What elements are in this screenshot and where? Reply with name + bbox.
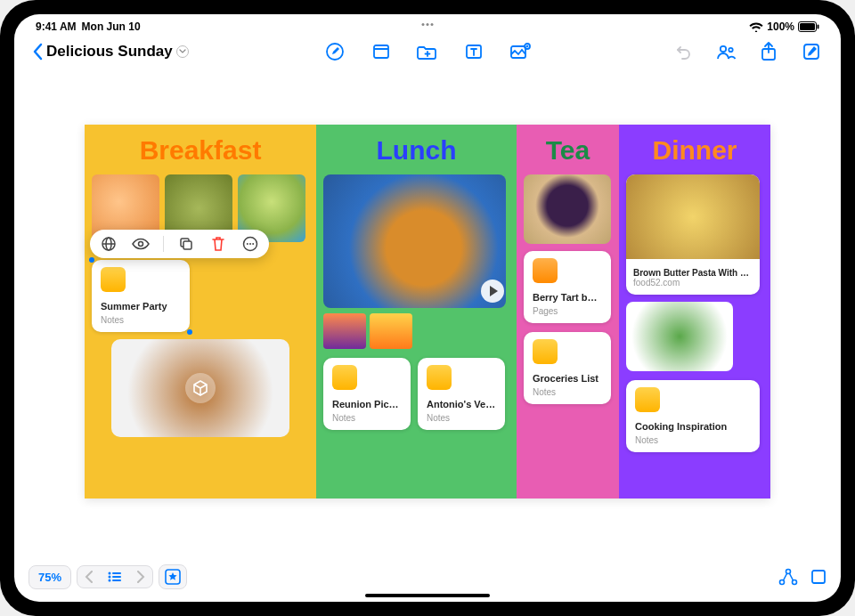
zoom-level-button[interactable]: 75% (28, 565, 71, 589)
svg-point-9 (721, 46, 726, 52)
card-title: Reunion Picnic (332, 399, 402, 409)
card-pasta-link[interactable]: Brown Butter Pasta With But… food52.com (626, 174, 760, 295)
card-subtitle: Pages (533, 306, 602, 316)
compose-button[interactable] (800, 40, 823, 63)
svg-point-16 (139, 242, 143, 247)
svg-rect-2 (818, 25, 819, 29)
multitask-dots[interactable] (422, 23, 434, 26)
add-file-button[interactable] (416, 40, 439, 63)
popover-more-icon[interactable] (240, 234, 260, 254)
column-lunch: Lunch Reunion Picnic Notes (316, 125, 517, 498)
board: Breakfast (85, 125, 770, 498)
app-toolbar: Delicious Sunday (14, 34, 841, 69)
heading-tea: Tea (524, 135, 612, 166)
notes-app-icon (533, 339, 558, 364)
svg-point-21 (249, 243, 251, 245)
frame-view-button[interactable] (810, 569, 826, 585)
card-title: Brown Butter Pasta With But… (633, 268, 753, 278)
scene-list-button[interactable] (101, 567, 129, 587)
graph-view-button[interactable] (778, 568, 798, 586)
card-subtitle: Notes (332, 413, 402, 423)
card-reunion-picnic[interactable]: Reunion Picnic Notes (323, 358, 411, 430)
selection-popover (90, 230, 269, 258)
card-subtitle: food52.com (633, 278, 753, 288)
text-box-button[interactable] (462, 40, 485, 63)
video-lunch-plate[interactable] (323, 174, 506, 308)
popover-delete-icon[interactable] (208, 234, 228, 254)
card-title: Cooking Inspiration (635, 421, 751, 432)
battery-icon (798, 21, 819, 32)
chevron-left-icon (32, 43, 43, 61)
share-button[interactable] (757, 40, 780, 63)
svg-rect-33 (812, 571, 825, 583)
status-time: 9:41 AM (36, 20, 77, 33)
svg-point-32 (793, 580, 797, 585)
back-button[interactable]: Delicious Sunday (32, 43, 189, 61)
card-berry-tart[interactable]: Berry Tart by Olivia Pages (524, 251, 611, 323)
svg-rect-1 (800, 23, 815, 30)
svg-point-23 (109, 572, 111, 575)
image-pasta (626, 174, 760, 259)
card-title: Summer Party (101, 301, 181, 312)
battery-percent: 100% (767, 20, 794, 33)
scene-navigator (77, 565, 153, 588)
image-flowers[interactable] (323, 313, 366, 349)
popover-duplicate-icon[interactable] (176, 234, 196, 254)
card-title: Groceries List (533, 373, 602, 384)
notes-app-icon (101, 267, 126, 292)
column-tea: Tea Berry Tart by Olivia Pages Groceries… (517, 125, 619, 498)
ar-badge-icon (185, 373, 216, 403)
svg-point-25 (109, 576, 111, 579)
notes-app-icon (635, 387, 660, 412)
collaborate-button[interactable] (714, 40, 737, 63)
card-title: Antonio's Vegan Tacos (427, 399, 496, 409)
image-drinks[interactable] (370, 313, 412, 349)
popover-preview-icon[interactable] (131, 234, 151, 254)
notes-app-icon (427, 365, 452, 390)
card-subtitle: Notes (533, 387, 602, 397)
svg-rect-24 (112, 572, 121, 574)
card-subtitle: Notes (427, 413, 496, 423)
undo-button[interactable] (672, 40, 695, 63)
card-antonio-tacos[interactable]: Antonio's Vegan Tacos Notes (418, 358, 505, 430)
svg-rect-4 (374, 45, 388, 58)
status-bar: 9:41 AM Mon Jun 10 100% (14, 14, 841, 34)
freeform-canvas[interactable]: Breakfast (28, 71, 826, 552)
popover-link-icon[interactable] (99, 234, 118, 254)
prev-scene-button[interactable] (77, 566, 101, 588)
image-tart[interactable] (524, 174, 611, 244)
column-breakfast: Breakfast (85, 125, 316, 498)
svg-rect-28 (112, 580, 121, 581)
chevron-down-icon (176, 45, 189, 58)
home-indicator[interactable] (365, 594, 490, 597)
add-media-button[interactable] (509, 40, 532, 63)
card-cooking-inspiration[interactable]: Cooking Inspiration Notes (626, 380, 760, 452)
svg-point-30 (786, 570, 791, 574)
svg-point-27 (109, 580, 111, 582)
svg-point-22 (252, 243, 254, 245)
image-salad[interactable] (626, 302, 733, 371)
svg-point-31 (780, 580, 785, 585)
wifi-icon (749, 21, 763, 32)
svg-point-20 (247, 243, 248, 245)
favorites-button[interactable] (159, 564, 187, 589)
bottom-toolbar: 75% (28, 564, 826, 589)
svg-point-10 (729, 48, 732, 52)
svg-rect-26 (112, 576, 121, 578)
notes-app-icon (332, 365, 357, 390)
play-icon[interactable] (481, 280, 504, 303)
board-title[interactable]: Delicious Sunday (46, 43, 189, 61)
draw-tool-button[interactable] (323, 40, 346, 63)
card-title: Berry Tart by Olivia (533, 292, 602, 303)
card-groceries[interactable]: Groceries List Notes (524, 332, 611, 404)
column-dinner: Dinner Brown Butter Pasta With But… food… (619, 125, 770, 498)
heading-lunch: Lunch (323, 135, 509, 166)
card-subtitle: Notes (635, 435, 751, 445)
heading-breakfast: Breakfast (92, 135, 309, 166)
sticky-note-button[interactable] (370, 40, 393, 63)
next-scene-button[interactable] (129, 566, 152, 588)
status-date: Mon Jun 10 (82, 20, 141, 33)
svg-rect-18 (183, 241, 191, 249)
card-summer-party[interactable]: Summer Party Notes (92, 260, 190, 332)
card-subtitle: Notes (101, 315, 181, 325)
